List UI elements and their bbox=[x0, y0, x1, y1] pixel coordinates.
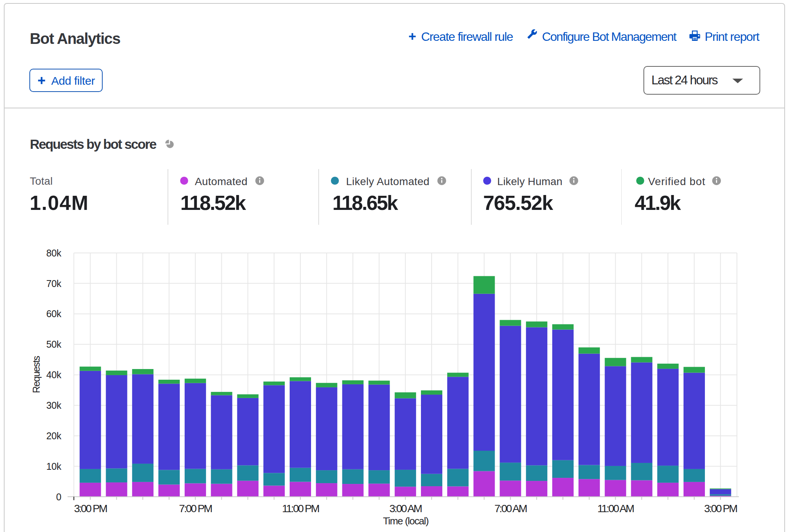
svg-text:Time (local): Time (local) bbox=[383, 515, 429, 527]
svg-text:30k: 30k bbox=[46, 400, 61, 411]
svg-text:3:00 PM: 3:00 PM bbox=[74, 503, 107, 514]
svg-text:11:00 PM: 11:00 PM bbox=[282, 503, 319, 514]
svg-text:7:00 AM: 7:00 AM bbox=[494, 503, 527, 514]
svg-text:10k: 10k bbox=[46, 461, 61, 472]
svg-text:7:00 PM: 7:00 PM bbox=[179, 503, 212, 514]
svg-text:20k: 20k bbox=[46, 430, 61, 441]
svg-text:3:00 PM: 3:00 PM bbox=[704, 503, 737, 514]
svg-text:3:00 AM: 3:00 AM bbox=[389, 503, 422, 514]
svg-text:80k: 80k bbox=[46, 248, 61, 258]
svg-text:11:00 AM: 11:00 AM bbox=[597, 503, 634, 514]
svg-text:0: 0 bbox=[56, 492, 61, 502]
svg-text:Requests: Requests bbox=[31, 356, 42, 393]
svg-text:40k: 40k bbox=[46, 369, 61, 380]
svg-text:50k: 50k bbox=[46, 339, 61, 350]
svg-text:70k: 70k bbox=[46, 278, 61, 289]
svg-text:60k: 60k bbox=[46, 308, 61, 319]
